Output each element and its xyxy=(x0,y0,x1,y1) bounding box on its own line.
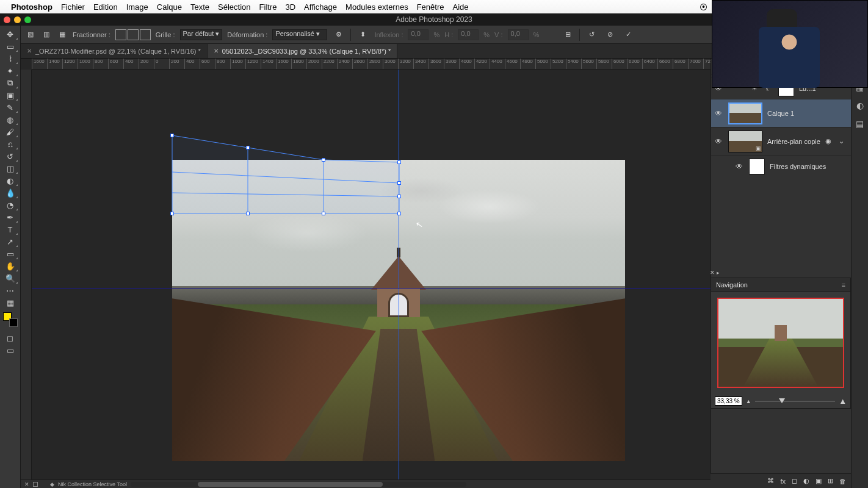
inflexion-label: Inflexion : xyxy=(374,31,403,38)
menu-texte[interactable]: Texte xyxy=(190,2,209,12)
document-tab[interactable]: ✕_ORZ2710-Modifier.psd @ 22,1% (Calque 1… xyxy=(21,44,208,58)
webcam-overlay xyxy=(712,0,868,88)
commit-icon[interactable]: ✓ xyxy=(621,28,635,41)
warp-mesh[interactable] xyxy=(172,135,399,215)
cancel-icon[interactable]: ⊘ xyxy=(603,28,617,41)
delete-icon[interactable]: 🗑 xyxy=(839,478,846,485)
menu-edition[interactable]: Edition xyxy=(93,2,118,12)
visibility-icon[interactable]: 👁 xyxy=(715,137,723,146)
split-icon[interactable]: ▥ xyxy=(41,29,52,40)
move-tool-icon[interactable]: ✥ xyxy=(2,28,18,40)
gear-icon[interactable]: ⚙ xyxy=(332,28,345,41)
menu-affichage[interactable]: Affichage xyxy=(304,2,337,12)
deformation-label: Déformation : xyxy=(227,31,267,38)
document-tab[interactable]: ✕05012023-_DSC9033.jpg @ 33,3% (Calque 1… xyxy=(208,44,397,58)
status-view-icon[interactable] xyxy=(33,482,38,487)
panel-menu-icon[interactable]: ≡ xyxy=(842,281,845,289)
plugin-name: Nik Collection Selective Tool xyxy=(58,481,127,487)
close-tab-icon[interactable]: ✕ xyxy=(27,48,32,54)
menu-selection[interactable]: Sélection xyxy=(218,2,250,12)
layer-row[interactable]: 👁 ▣ Arrière-plan copie ◉ ⌄ xyxy=(711,127,851,155)
layer-row[interactable]: 👁 Calque 1 xyxy=(711,99,851,127)
grille-select[interactable]: Par défaut ▾ xyxy=(180,29,223,40)
smart-filter-icon[interactable]: ◉ xyxy=(825,137,834,145)
panel-title[interactable]: Navigation xyxy=(716,281,748,289)
inflexion-value: 0,0 xyxy=(408,29,429,40)
visibility-icon[interactable]: 👁 xyxy=(715,109,723,118)
menu-filtre[interactable]: Filtre xyxy=(259,2,277,12)
properties-panel-icon[interactable]: ▤ xyxy=(853,117,867,131)
new-layer-icon[interactable]: ⊞ xyxy=(828,477,833,485)
close-tab-icon[interactable]: ✕ xyxy=(214,48,219,54)
warp-orientation-icon[interactable]: ⬍ xyxy=(356,28,369,41)
layer-row[interactable]: 👁 Filtres dynamiques xyxy=(711,155,851,177)
deformation-select[interactable]: Personnalisé ▾ xyxy=(272,29,327,40)
fx-icon[interactable]: fx xyxy=(780,478,786,485)
h-value: 0,0 xyxy=(458,29,479,40)
group-icon[interactable]: ▣ xyxy=(816,477,822,485)
reset-icon[interactable]: ↺ xyxy=(585,28,598,41)
menu-fenetre[interactable]: Fenêtre xyxy=(417,2,444,12)
zoom-in-icon[interactable]: ▲ xyxy=(839,396,847,406)
window-minimize-icon[interactable] xyxy=(14,16,21,23)
grid-cols-icon[interactable] xyxy=(128,29,139,40)
menu-aide[interactable]: Aide xyxy=(452,2,468,12)
panels-column: Verrou : ▦ 🖌 ✥ 🔒 👁 ☀ ⑊ Lu...1 👁 xyxy=(711,59,851,488)
cursor-icon: ↖ xyxy=(415,219,424,230)
split-cross-icon[interactable]: ▦ xyxy=(57,29,68,40)
visibility-icon[interactable]: 👁 xyxy=(736,162,744,171)
menu-3d[interactable]: 3D xyxy=(285,2,295,12)
anchor-icon[interactable]: ⊞ xyxy=(561,28,574,41)
zoom-out-icon[interactable]: ▲ xyxy=(746,398,751,404)
zoom-value[interactable]: 33,33 % xyxy=(715,396,742,406)
menu-calque[interactable]: Calque xyxy=(157,2,182,12)
h-label: H : xyxy=(444,31,453,38)
navigation-panel: ✕ ▸Navigation≡ 33,33 % ▲ ▲ xyxy=(711,278,851,409)
link-layers-icon[interactable]: ⌘ xyxy=(767,477,774,485)
fractionner-label: Fractionner : xyxy=(73,31,110,38)
menu-modules[interactable]: Modules externes xyxy=(345,2,408,12)
grille-label: Grille : xyxy=(156,31,175,38)
navigator-thumb[interactable] xyxy=(717,298,844,388)
adjustments-panel-icon[interactable]: ◐ xyxy=(853,99,867,112)
filter-mask-thumb[interactable] xyxy=(749,159,765,174)
tray-icon[interactable]: ⦿ xyxy=(700,2,707,12)
collapsed-panels-strip: ◧ ▦ ◐ ▤ xyxy=(851,59,868,488)
layer-thumb[interactable] xyxy=(728,102,762,124)
adjustment-layer-icon[interactable]: ◐ xyxy=(803,477,809,485)
warp-tool-icon[interactable]: ▧ xyxy=(25,29,36,40)
canvas-area: 1600140012001000800600400200020040060080… xyxy=(21,59,711,488)
v-value: 0,0 xyxy=(508,29,529,40)
menu-image[interactable]: Image xyxy=(126,2,148,12)
menu-fichier[interactable]: Fichier xyxy=(61,2,85,12)
zoom-slider[interactable] xyxy=(755,401,836,402)
v-label: V : xyxy=(494,31,502,38)
app-name[interactable]: Photoshop xyxy=(11,2,52,12)
plugin-icon: ◆ xyxy=(50,481,54,487)
grid-3x3-icon[interactable] xyxy=(115,29,126,40)
window-zoom-icon[interactable] xyxy=(24,16,31,23)
ruler-vertical[interactable] xyxy=(21,70,32,488)
chevron-down-icon[interactable]: ⌄ xyxy=(839,137,847,145)
layers-panel: 👁 ☀ ⑊ Lu...1 👁 Calque 1 👁 ▣ Arrière-plan… xyxy=(711,74,851,179)
grid-rows-icon[interactable] xyxy=(140,29,151,40)
panel-close-icon[interactable]: ✕ ▸ xyxy=(710,270,720,276)
window-title: Adobe Photoshop 2023 xyxy=(396,15,472,24)
layers-footer: ⌘ fx ◻ ◐ ▣ ⊞ 🗑 xyxy=(711,473,851,488)
window-close-icon[interactable] xyxy=(4,16,10,23)
layer-thumb[interactable]: ▣ xyxy=(728,131,762,152)
status-bar: ✕ ◆ Nik Collection Selective Tool ‹ › xyxy=(21,479,711,488)
marquee-tool-icon[interactable]: ▭ xyxy=(2,40,18,52)
horizontal-scrollbar[interactable] xyxy=(131,482,466,487)
guide-horizontal[interactable] xyxy=(32,288,711,289)
mask-icon[interactable]: ◻ xyxy=(792,477,797,485)
ruler-horizontal[interactable]: 1600140012001000800600400200020040060080… xyxy=(32,59,711,70)
canvas-stage[interactable]: ↖ xyxy=(32,70,711,479)
status-close-icon[interactable]: ✕ xyxy=(24,481,29,487)
guide-vertical[interactable] xyxy=(399,70,399,479)
